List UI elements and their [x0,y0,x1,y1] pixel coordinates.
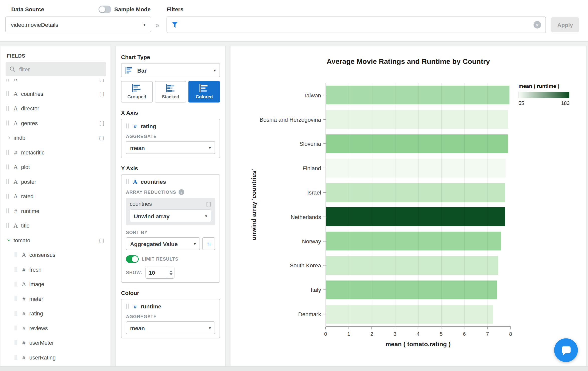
bar-chart-icon [125,67,134,74]
filter-input[interactable] [182,21,534,29]
drag-handle-icon[interactable] [15,267,18,272]
chart-type-select[interactable]: Bar ▾ [121,63,220,77]
clear-filter-icon[interactable]: × [534,21,541,29]
sample-mode-toggle[interactable] [99,6,111,13]
drag-handle-icon[interactable] [7,164,9,169]
array-marker: [ ] [100,79,111,82]
bar-norway[interactable] [326,232,501,251]
bar-bosnia-and-herzegovina[interactable] [326,110,508,129]
field-row-fresh[interactable]: #fresh [1,262,111,277]
field-row-userMeter[interactable]: #userMeter [1,335,111,350]
drag-handle-icon[interactable] [7,223,9,228]
field-row-imdb[interactable]: ›imdb{ } [1,130,111,145]
drag-handle-icon[interactable] [126,179,129,184]
x-tick-label: 6 [463,331,466,337]
field-row-director[interactable]: Adirector [1,101,111,116]
y-category-text: Netherlands [291,214,321,220]
bar-italy[interactable] [326,280,497,299]
field-row-title[interactable]: Atitle [1,218,111,233]
horizontal-scrollbar[interactable] [0,366,588,371]
sort-arrows-icon: ↑↓ [207,241,211,247]
drag-handle-icon[interactable] [15,282,18,287]
field-row-consensus[interactable]: Aconsensus [1,248,111,262]
y-axis-field[interactable]: A countries [126,178,215,185]
string-field-icon: A [13,178,19,184]
y-tick-mark [323,144,326,144]
chart-subtype-colored-button[interactable]: Colored [188,81,220,103]
drag-handle-icon[interactable] [7,121,9,126]
show-count-input[interactable] [146,267,168,278]
field-row-meter[interactable]: #meter [1,291,111,306]
drag-handle-icon[interactable] [15,326,18,331]
array-reduction-select[interactable]: Unwind array ▾ [130,210,212,222]
drag-handle-icon[interactable] [126,304,129,309]
apply-button[interactable]: Apply [551,17,579,32]
field-row-plot[interactable]: Aplot [1,160,111,174]
field-row-tomato[interactable]: ›tomato{ } [1,233,111,248]
intercom-launcher[interactable] [554,338,578,362]
field-row-partial[interactable]: A[ ] [1,79,111,87]
collapse-chevron-icon[interactable]: › [6,238,12,243]
y-category-label: Israel [231,189,326,196]
object-marker: { } [99,238,111,243]
drag-handle-icon[interactable] [7,194,9,199]
chart-subtype-grouped-button[interactable]: Grouped [121,81,153,103]
toggle-knob [132,256,138,262]
field-row-userRating[interactable]: #userRating [1,350,111,365]
x-tick-mark [441,327,441,329]
fields-search-box[interactable] [6,62,106,76]
x-axis-aggregate-select[interactable]: mean ▾ [126,141,215,154]
bar-south-korea[interactable] [326,256,498,275]
step-up-icon[interactable] [170,270,173,272]
bar-netherlands[interactable] [326,208,505,226]
drag-handle-icon[interactable] [7,106,9,111]
bar-finland[interactable] [326,159,506,177]
stepper-arrows[interactable] [168,267,174,278]
field-row-image[interactable]: Aimage [1,277,111,292]
drag-handle-icon[interactable] [15,296,18,301]
drag-handle-icon[interactable] [7,79,9,82]
x-tick: 2 [370,327,373,337]
bar-slovenia[interactable] [326,134,508,153]
filter-input-box[interactable]: × [167,17,546,33]
field-row-reviews[interactable]: #reviews [1,321,111,335]
x-tick-label: 2 [370,331,373,337]
sort-direction-button[interactable]: ↑↓ [202,237,215,250]
x-tick: 7 [486,327,489,337]
drag-handle-icon[interactable] [126,124,129,129]
colour-aggregate-select[interactable]: mean ▾ [126,321,215,334]
drag-handle-icon[interactable] [7,179,9,184]
bar-israel[interactable] [326,183,506,202]
info-icon[interactable]: i [178,189,184,195]
drag-handle-icon[interactable] [15,355,18,360]
step-down-icon[interactable] [170,273,173,275]
drag-handle-icon[interactable] [15,252,18,257]
number-field-icon: # [132,303,139,309]
drag-handle-icon[interactable] [7,150,9,155]
drag-handle-icon[interactable] [7,209,9,214]
colour-field[interactable]: # runtime [126,303,215,310]
drag-handle-icon[interactable] [7,91,9,96]
field-row-rated[interactable]: Arated [1,189,111,204]
x-axis-field[interactable]: # rating [126,123,215,129]
drag-handle-icon[interactable] [15,340,18,345]
field-row-poster[interactable]: Aposter [1,174,111,189]
bar-denmark[interactable] [326,305,494,323]
field-name: imdb [14,135,99,141]
y-category-label: South Korea [231,262,326,269]
field-row-metacritic[interactable]: #metacritic [1,145,111,160]
chart-subtype-stacked-button[interactable]: Stacked [155,81,186,103]
data-source-select[interactable]: video.movieDetails ▾ [5,17,151,32]
bar-taiwan[interactable] [326,86,509,105]
sort-by-select[interactable]: Aggregated Value ▾ [126,237,200,250]
fields-filter-input[interactable] [19,66,103,73]
field-row-rating[interactable]: #rating [1,306,111,321]
limit-results-label: LIMIT RESULTS [142,257,178,262]
field-row-runtime[interactable]: #runtime [1,204,111,218]
drag-handle-icon[interactable] [15,311,18,316]
expand-chevron-icon[interactable]: › [7,134,12,141]
field-row-genres[interactable]: Agenres[ ] [1,116,111,130]
field-row-countries[interactable]: Acountries[ ] [1,86,111,101]
limit-results-toggle[interactable] [126,255,139,263]
chart-type-value: Bar [137,67,214,74]
